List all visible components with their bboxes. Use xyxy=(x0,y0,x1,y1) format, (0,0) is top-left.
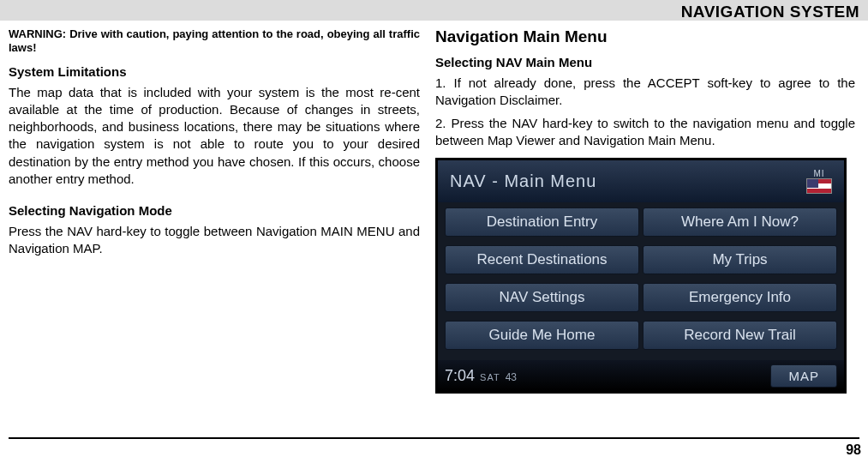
my-trips-button[interactable]: My Trips xyxy=(643,245,837,274)
content-area: WARNING: Drive with caution, paying atte… xyxy=(0,21,868,394)
step-1: 1. If not already done, press the ACCEPT… xyxy=(435,75,855,110)
recent-destinations-button[interactable]: Recent Destinations xyxy=(445,245,639,274)
time-value: 7:04 xyxy=(445,367,475,385)
step-2: 2. Press the NAV hard-key to switch to t… xyxy=(435,115,855,150)
selecting-navigation-mode-body: Press the NAV hard-key to toggle between… xyxy=(9,223,420,258)
sat-number: 43 xyxy=(506,371,517,383)
selecting-nav-main-menu-heading: Selecting NAV Main Menu xyxy=(435,55,855,69)
page-header-title: NAVIGATION SYSTEM xyxy=(681,3,859,21)
left-column: WARNING: Drive with caution, paying atte… xyxy=(9,27,420,394)
flag-label: MI xyxy=(813,169,824,178)
emergency-info-button[interactable]: Emergency Info xyxy=(643,283,837,312)
system-limitations-body: The map data that is included with your … xyxy=(9,84,420,189)
flag-indicator: MI xyxy=(806,169,832,194)
navigation-main-menu-heading: Navigation Main Menu xyxy=(435,27,855,46)
sat-label: SAT xyxy=(480,372,500,382)
destination-entry-button[interactable]: Destination Entry xyxy=(445,207,639,237)
selecting-navigation-mode-heading: Selecting Navigation Mode xyxy=(9,203,420,218)
clock-display: 7:04 SAT 43 xyxy=(445,367,517,385)
page-number: 98 xyxy=(846,442,861,458)
where-am-i-now-button[interactable]: Where Am I Now? xyxy=(643,207,837,237)
right-column: Navigation Main Menu Selecting NAV Main … xyxy=(435,27,855,394)
nav-settings-button[interactable]: NAV Settings xyxy=(445,283,639,312)
page: NAVIGATION SYSTEM WARNING: Drive with ca… xyxy=(0,0,868,463)
nav-main-menu-screenshot: NAV - Main Menu MI Destination Entry Whe… xyxy=(435,158,847,394)
screenshot-header: NAV - Main Menu MI xyxy=(438,160,844,202)
guide-me-home-button[interactable]: Guide Me Home xyxy=(445,321,639,350)
record-new-trail-button[interactable]: Record New Trail xyxy=(643,321,837,350)
footer-divider xyxy=(9,437,859,439)
screenshot-footer: 7:04 SAT 43 MAP xyxy=(438,360,844,391)
us-flag-icon xyxy=(806,178,832,194)
map-button[interactable]: MAP xyxy=(770,364,837,388)
screenshot-button-grid: Destination Entry Where Am I Now? Recent… xyxy=(438,202,844,360)
warning-text: WARNING: Drive with caution, paying atte… xyxy=(9,27,420,56)
system-limitations-heading: System Limitations xyxy=(9,64,420,79)
screenshot-title: NAV - Main Menu xyxy=(450,171,596,191)
